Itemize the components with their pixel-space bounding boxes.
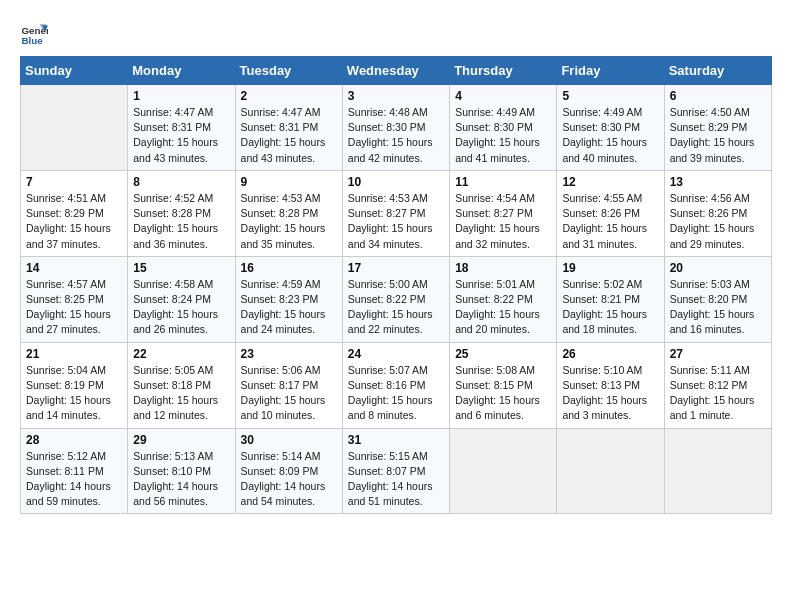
day-info: Sunrise: 4:52 AM Sunset: 8:28 PM Dayligh… xyxy=(133,191,229,252)
day-number: 29 xyxy=(133,433,229,447)
calendar-cell: 21Sunrise: 5:04 AM Sunset: 8:19 PM Dayli… xyxy=(21,342,128,428)
calendar-cell: 6Sunrise: 4:50 AM Sunset: 8:29 PM Daylig… xyxy=(664,85,771,171)
calendar-cell xyxy=(450,428,557,514)
day-info: Sunrise: 5:13 AM Sunset: 8:10 PM Dayligh… xyxy=(133,449,229,510)
day-info: Sunrise: 4:47 AM Sunset: 8:31 PM Dayligh… xyxy=(133,105,229,166)
day-number: 7 xyxy=(26,175,122,189)
day-number: 10 xyxy=(348,175,444,189)
calendar-cell: 4Sunrise: 4:49 AM Sunset: 8:30 PM Daylig… xyxy=(450,85,557,171)
day-info: Sunrise: 4:49 AM Sunset: 8:30 PM Dayligh… xyxy=(455,105,551,166)
day-info: Sunrise: 4:48 AM Sunset: 8:30 PM Dayligh… xyxy=(348,105,444,166)
calendar-cell: 22Sunrise: 5:05 AM Sunset: 8:18 PM Dayli… xyxy=(128,342,235,428)
day-info: Sunrise: 5:08 AM Sunset: 8:15 PM Dayligh… xyxy=(455,363,551,424)
day-info: Sunrise: 5:05 AM Sunset: 8:18 PM Dayligh… xyxy=(133,363,229,424)
calendar-table: SundayMondayTuesdayWednesdayThursdayFrid… xyxy=(20,56,772,514)
day-info: Sunrise: 4:53 AM Sunset: 8:28 PM Dayligh… xyxy=(241,191,337,252)
day-info: Sunrise: 5:00 AM Sunset: 8:22 PM Dayligh… xyxy=(348,277,444,338)
day-info: Sunrise: 5:12 AM Sunset: 8:11 PM Dayligh… xyxy=(26,449,122,510)
day-info: Sunrise: 4:58 AM Sunset: 8:24 PM Dayligh… xyxy=(133,277,229,338)
day-info: Sunrise: 5:02 AM Sunset: 8:21 PM Dayligh… xyxy=(562,277,658,338)
header-sunday: Sunday xyxy=(21,57,128,85)
header-saturday: Saturday xyxy=(664,57,771,85)
day-number: 11 xyxy=(455,175,551,189)
calendar-cell xyxy=(664,428,771,514)
day-number: 5 xyxy=(562,89,658,103)
day-info: Sunrise: 5:01 AM Sunset: 8:22 PM Dayligh… xyxy=(455,277,551,338)
calendar-cell: 1Sunrise: 4:47 AM Sunset: 8:31 PM Daylig… xyxy=(128,85,235,171)
calendar-cell: 7Sunrise: 4:51 AM Sunset: 8:29 PM Daylig… xyxy=(21,170,128,256)
day-info: Sunrise: 4:53 AM Sunset: 8:27 PM Dayligh… xyxy=(348,191,444,252)
day-info: Sunrise: 5:03 AM Sunset: 8:20 PM Dayligh… xyxy=(670,277,766,338)
svg-text:Blue: Blue xyxy=(21,35,43,46)
day-number: 8 xyxy=(133,175,229,189)
header-friday: Friday xyxy=(557,57,664,85)
calendar-cell: 11Sunrise: 4:54 AM Sunset: 8:27 PM Dayli… xyxy=(450,170,557,256)
week-row-2: 7Sunrise: 4:51 AM Sunset: 8:29 PM Daylig… xyxy=(21,170,772,256)
day-number: 22 xyxy=(133,347,229,361)
day-number: 1 xyxy=(133,89,229,103)
day-info: Sunrise: 5:15 AM Sunset: 8:07 PM Dayligh… xyxy=(348,449,444,510)
calendar-cell: 29Sunrise: 5:13 AM Sunset: 8:10 PM Dayli… xyxy=(128,428,235,514)
calendar-cell xyxy=(557,428,664,514)
calendar-cell: 25Sunrise: 5:08 AM Sunset: 8:15 PM Dayli… xyxy=(450,342,557,428)
calendar-cell: 2Sunrise: 4:47 AM Sunset: 8:31 PM Daylig… xyxy=(235,85,342,171)
header-thursday: Thursday xyxy=(450,57,557,85)
day-number: 13 xyxy=(670,175,766,189)
calendar-cell: 9Sunrise: 4:53 AM Sunset: 8:28 PM Daylig… xyxy=(235,170,342,256)
day-info: Sunrise: 4:59 AM Sunset: 8:23 PM Dayligh… xyxy=(241,277,337,338)
day-number: 12 xyxy=(562,175,658,189)
day-number: 19 xyxy=(562,261,658,275)
day-number: 20 xyxy=(670,261,766,275)
day-number: 4 xyxy=(455,89,551,103)
day-number: 30 xyxy=(241,433,337,447)
header-tuesday: Tuesday xyxy=(235,57,342,85)
day-info: Sunrise: 4:54 AM Sunset: 8:27 PM Dayligh… xyxy=(455,191,551,252)
day-info: Sunrise: 4:47 AM Sunset: 8:31 PM Dayligh… xyxy=(241,105,337,166)
calendar-header-row: SundayMondayTuesdayWednesdayThursdayFrid… xyxy=(21,57,772,85)
day-info: Sunrise: 5:14 AM Sunset: 8:09 PM Dayligh… xyxy=(241,449,337,510)
calendar-cell: 20Sunrise: 5:03 AM Sunset: 8:20 PM Dayli… xyxy=(664,256,771,342)
day-number: 16 xyxy=(241,261,337,275)
header: General Blue xyxy=(20,20,772,48)
calendar-cell: 23Sunrise: 5:06 AM Sunset: 8:17 PM Dayli… xyxy=(235,342,342,428)
day-number: 31 xyxy=(348,433,444,447)
day-number: 24 xyxy=(348,347,444,361)
calendar-cell: 13Sunrise: 4:56 AM Sunset: 8:26 PM Dayli… xyxy=(664,170,771,256)
calendar-cell: 17Sunrise: 5:00 AM Sunset: 8:22 PM Dayli… xyxy=(342,256,449,342)
week-row-3: 14Sunrise: 4:57 AM Sunset: 8:25 PM Dayli… xyxy=(21,256,772,342)
calendar-cell: 8Sunrise: 4:52 AM Sunset: 8:28 PM Daylig… xyxy=(128,170,235,256)
day-number: 26 xyxy=(562,347,658,361)
day-number: 9 xyxy=(241,175,337,189)
calendar-cell: 16Sunrise: 4:59 AM Sunset: 8:23 PM Dayli… xyxy=(235,256,342,342)
calendar-cell: 30Sunrise: 5:14 AM Sunset: 8:09 PM Dayli… xyxy=(235,428,342,514)
day-info: Sunrise: 4:57 AM Sunset: 8:25 PM Dayligh… xyxy=(26,277,122,338)
day-info: Sunrise: 4:51 AM Sunset: 8:29 PM Dayligh… xyxy=(26,191,122,252)
week-row-5: 28Sunrise: 5:12 AM Sunset: 8:11 PM Dayli… xyxy=(21,428,772,514)
calendar-cell xyxy=(21,85,128,171)
day-number: 17 xyxy=(348,261,444,275)
header-monday: Monday xyxy=(128,57,235,85)
calendar-cell: 28Sunrise: 5:12 AM Sunset: 8:11 PM Dayli… xyxy=(21,428,128,514)
calendar-cell: 31Sunrise: 5:15 AM Sunset: 8:07 PM Dayli… xyxy=(342,428,449,514)
calendar-cell: 15Sunrise: 4:58 AM Sunset: 8:24 PM Dayli… xyxy=(128,256,235,342)
header-wednesday: Wednesday xyxy=(342,57,449,85)
calendar-cell: 19Sunrise: 5:02 AM Sunset: 8:21 PM Dayli… xyxy=(557,256,664,342)
day-number: 14 xyxy=(26,261,122,275)
day-number: 25 xyxy=(455,347,551,361)
calendar-cell: 5Sunrise: 4:49 AM Sunset: 8:30 PM Daylig… xyxy=(557,85,664,171)
calendar-cell: 3Sunrise: 4:48 AM Sunset: 8:30 PM Daylig… xyxy=(342,85,449,171)
day-number: 2 xyxy=(241,89,337,103)
day-info: Sunrise: 5:11 AM Sunset: 8:12 PM Dayligh… xyxy=(670,363,766,424)
day-info: Sunrise: 4:55 AM Sunset: 8:26 PM Dayligh… xyxy=(562,191,658,252)
calendar-cell: 18Sunrise: 5:01 AM Sunset: 8:22 PM Dayli… xyxy=(450,256,557,342)
day-info: Sunrise: 4:50 AM Sunset: 8:29 PM Dayligh… xyxy=(670,105,766,166)
day-info: Sunrise: 4:49 AM Sunset: 8:30 PM Dayligh… xyxy=(562,105,658,166)
day-info: Sunrise: 4:56 AM Sunset: 8:26 PM Dayligh… xyxy=(670,191,766,252)
day-number: 18 xyxy=(455,261,551,275)
calendar-cell: 14Sunrise: 4:57 AM Sunset: 8:25 PM Dayli… xyxy=(21,256,128,342)
day-number: 6 xyxy=(670,89,766,103)
day-info: Sunrise: 5:06 AM Sunset: 8:17 PM Dayligh… xyxy=(241,363,337,424)
day-number: 15 xyxy=(133,261,229,275)
day-info: Sunrise: 5:07 AM Sunset: 8:16 PM Dayligh… xyxy=(348,363,444,424)
calendar-cell: 27Sunrise: 5:11 AM Sunset: 8:12 PM Dayli… xyxy=(664,342,771,428)
